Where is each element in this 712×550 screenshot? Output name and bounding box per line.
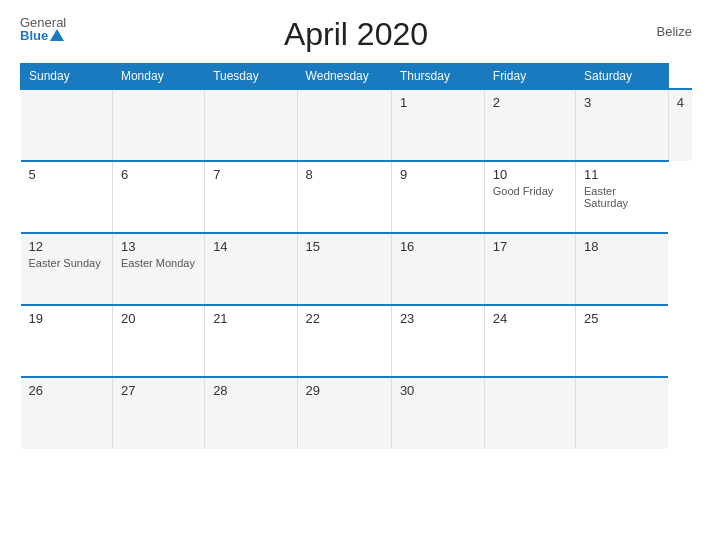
calendar-week-2: 5678910Good Friday11Easter Saturday — [21, 161, 693, 233]
calendar-header-sunday: Sunday — [21, 64, 113, 90]
day-number: 28 — [213, 383, 288, 398]
holiday-label: Good Friday — [493, 185, 567, 197]
calendar-cell: 25 — [576, 305, 669, 377]
page: General Blue April 2020 Belize SundayMon… — [0, 0, 712, 550]
day-number: 23 — [400, 311, 476, 326]
calendar-header-row: SundayMondayTuesdayWednesdayThursdayFrid… — [21, 64, 693, 90]
day-number: 11 — [584, 167, 660, 182]
day-number: 25 — [584, 311, 660, 326]
day-number: 19 — [29, 311, 104, 326]
calendar-cell: 22 — [297, 305, 391, 377]
day-number: 21 — [213, 311, 288, 326]
day-number: 27 — [121, 383, 196, 398]
day-number: 24 — [493, 311, 567, 326]
day-number: 5 — [29, 167, 104, 182]
calendar-cell: 14 — [205, 233, 297, 305]
calendar-cell: 6 — [112, 161, 204, 233]
calendar-cell: 12Easter Sunday — [21, 233, 113, 305]
header: General Blue April 2020 Belize — [20, 16, 692, 53]
calendar-table: SundayMondayTuesdayWednesdayThursdayFrid… — [20, 63, 692, 449]
calendar-cell: 5 — [21, 161, 113, 233]
day-number: 1 — [400, 95, 476, 110]
day-number: 14 — [213, 239, 288, 254]
calendar-cell — [297, 89, 391, 161]
calendar-cell: 17 — [484, 233, 575, 305]
calendar-cell: 16 — [391, 233, 484, 305]
day-number: 12 — [29, 239, 104, 254]
holiday-label: Easter Saturday — [584, 185, 660, 209]
calendar-header-thursday: Thursday — [391, 64, 484, 90]
calendar-cell: 8 — [297, 161, 391, 233]
calendar-week-4: 19202122232425 — [21, 305, 693, 377]
calendar-header-monday: Monday — [112, 64, 204, 90]
calendar-week-1: 1234 — [21, 89, 693, 161]
day-number: 16 — [400, 239, 476, 254]
day-number: 18 — [584, 239, 660, 254]
calendar-cell — [205, 89, 297, 161]
logo-triangle-icon — [50, 29, 64, 41]
calendar-cell: 13Easter Monday — [112, 233, 204, 305]
calendar-cell: 1 — [391, 89, 484, 161]
calendar-cell: 29 — [297, 377, 391, 449]
calendar-cell: 15 — [297, 233, 391, 305]
calendar-cell: 3 — [576, 89, 669, 161]
calendar-cell: 9 — [391, 161, 484, 233]
calendar-cell: 10Good Friday — [484, 161, 575, 233]
calendar-week-5: 2627282930 — [21, 377, 693, 449]
day-number: 10 — [493, 167, 567, 182]
calendar-header-wednesday: Wednesday — [297, 64, 391, 90]
day-number: 8 — [306, 167, 383, 182]
day-number: 20 — [121, 311, 196, 326]
calendar-cell: 28 — [205, 377, 297, 449]
day-number: 3 — [584, 95, 660, 110]
day-number: 26 — [29, 383, 104, 398]
calendar-cell — [21, 89, 113, 161]
calendar-cell — [484, 377, 575, 449]
calendar-cell — [112, 89, 204, 161]
country-label: Belize — [657, 24, 692, 39]
day-number: 29 — [306, 383, 383, 398]
calendar-cell: 21 — [205, 305, 297, 377]
calendar-cell: 18 — [576, 233, 669, 305]
logo-blue-text: Blue — [20, 29, 48, 42]
day-number: 30 — [400, 383, 476, 398]
calendar-cell: 2 — [484, 89, 575, 161]
calendar-cell: 27 — [112, 377, 204, 449]
calendar-cell: 19 — [21, 305, 113, 377]
holiday-label: Easter Monday — [121, 257, 196, 269]
calendar-cell: 24 — [484, 305, 575, 377]
calendar-cell: 4 — [668, 89, 692, 161]
calendar-cell — [576, 377, 669, 449]
day-number: 22 — [306, 311, 383, 326]
calendar-cell: 11Easter Saturday — [576, 161, 669, 233]
calendar-header-friday: Friday — [484, 64, 575, 90]
calendar-header-saturday: Saturday — [576, 64, 669, 90]
day-number: 17 — [493, 239, 567, 254]
calendar-cell: 23 — [391, 305, 484, 377]
calendar-week-3: 12Easter Sunday13Easter Monday1415161718 — [21, 233, 693, 305]
holiday-label: Easter Sunday — [29, 257, 104, 269]
day-number: 4 — [677, 95, 684, 110]
day-number: 7 — [213, 167, 288, 182]
day-number: 13 — [121, 239, 196, 254]
day-number: 2 — [493, 95, 567, 110]
logo: General Blue — [20, 16, 66, 42]
day-number: 15 — [306, 239, 383, 254]
calendar-cell: 7 — [205, 161, 297, 233]
month-title: April 2020 — [284, 16, 428, 53]
calendar-cell: 30 — [391, 377, 484, 449]
day-number: 9 — [400, 167, 476, 182]
day-number: 6 — [121, 167, 196, 182]
calendar-cell: 26 — [21, 377, 113, 449]
calendar-cell: 20 — [112, 305, 204, 377]
calendar-header-tuesday: Tuesday — [205, 64, 297, 90]
